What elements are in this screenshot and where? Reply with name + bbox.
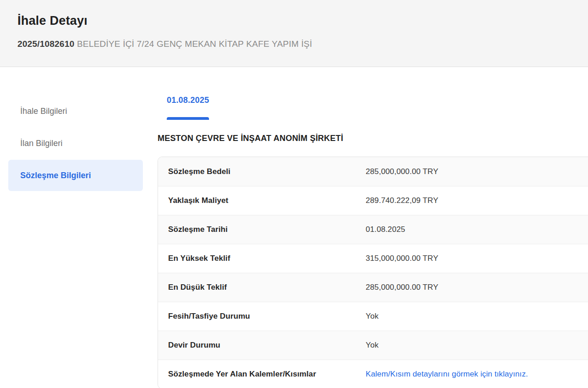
table-row: En Düşük Teklif 285,000,000.00 TRY: [158, 273, 588, 302]
table-row: Fesih/Tasfiye Durumu Yok: [158, 302, 588, 331]
tab-contract-date[interactable]: 01.08.2025: [167, 96, 209, 120]
row-label: Sözleşmede Yer Alan Kalemler/Kısımlar: [158, 370, 366, 379]
tab-active-underline: [167, 117, 209, 120]
tender-name: BELEDİYE İÇİ 7/24 GENÇ MEKAN KİTAP KAFE …: [77, 39, 312, 49]
sidebar-item-label: Sözleşme Bilgileri: [20, 171, 91, 180]
row-label: En Yüksek Teklif: [158, 254, 366, 263]
table-row: Devir Durumu Yok: [158, 331, 588, 360]
row-label: Sözleşme Bedeli: [158, 167, 366, 176]
contract-detail-table: Sözleşme Bedeli 285,000,000.00 TRY Yakla…: [158, 157, 588, 388]
row-value: 289.740.222,09 TRY: [366, 196, 438, 205]
sidebar-item-ihale-bilgileri[interactable]: İhale Bilgileri: [8, 96, 143, 127]
kalem-kisim-details-link[interactable]: Kalem/Kısım detaylarını görmek için tıkl…: [366, 370, 528, 379]
page-header: İhale Detayı 2025/1082610 BELEDİYE İÇİ 7…: [0, 0, 588, 67]
row-value: Yok: [366, 312, 379, 321]
table-row: Sözleşmede Yer Alan Kalemler/Kısımlar Ka…: [158, 360, 588, 388]
tab-label: 01.08.2025: [167, 96, 209, 105]
row-label: Devir Durumu: [158, 341, 366, 350]
tender-id: 2025/1082610: [17, 39, 74, 49]
company-heading: MESTON ÇEVRE VE İNŞAAT ANONİM ŞİRKETİ: [158, 134, 588, 143]
tender-subtitle: 2025/1082610 BELEDİYE İÇİ 7/24 GENÇ MEKA…: [17, 39, 571, 49]
row-label: Yaklaşık Maliyet: [158, 196, 366, 205]
table-row: Yaklaşık Maliyet 289.740.222,09 TRY: [158, 186, 588, 215]
page-title: İhale Detayı: [17, 14, 571, 28]
table-row: Sözleşme Tarihi 01.08.2025: [158, 215, 588, 244]
row-label: Sözleşme Tarihi: [158, 225, 366, 234]
row-value: Yok: [366, 341, 379, 350]
row-label: Fesih/Tasfiye Durumu: [158, 312, 366, 321]
row-value: 285,000,000.00 TRY: [366, 283, 438, 292]
sidebar-item-sozlesme-bilgileri[interactable]: Sözleşme Bilgileri: [8, 160, 143, 191]
content-area: İhale Bilgileri İlan Bilgileri Sözleşme …: [0, 67, 588, 388]
sidebar-item-ilan-bilgileri[interactable]: İlan Bilgileri: [8, 128, 143, 159]
sidebar-item-label: İhale Bilgileri: [20, 107, 67, 116]
sidebar-item-label: İlan Bilgileri: [20, 139, 62, 148]
row-value: 315,000,000.00 TRY: [366, 254, 438, 263]
row-value: 285,000,000.00 TRY: [366, 167, 438, 176]
row-label: En Düşük Teklif: [158, 283, 366, 292]
row-value: 01.08.2025: [366, 225, 405, 234]
sidebar: İhale Bilgileri İlan Bilgileri Sözleşme …: [0, 96, 151, 388]
table-row: En Yüksek Teklif 315,000,000.00 TRY: [158, 244, 588, 273]
main-panel: 01.08.2025 MESTON ÇEVRE VE İNŞAAT ANONİM…: [151, 96, 588, 388]
table-row: Sözleşme Bedeli 285,000,000.00 TRY: [158, 157, 588, 186]
